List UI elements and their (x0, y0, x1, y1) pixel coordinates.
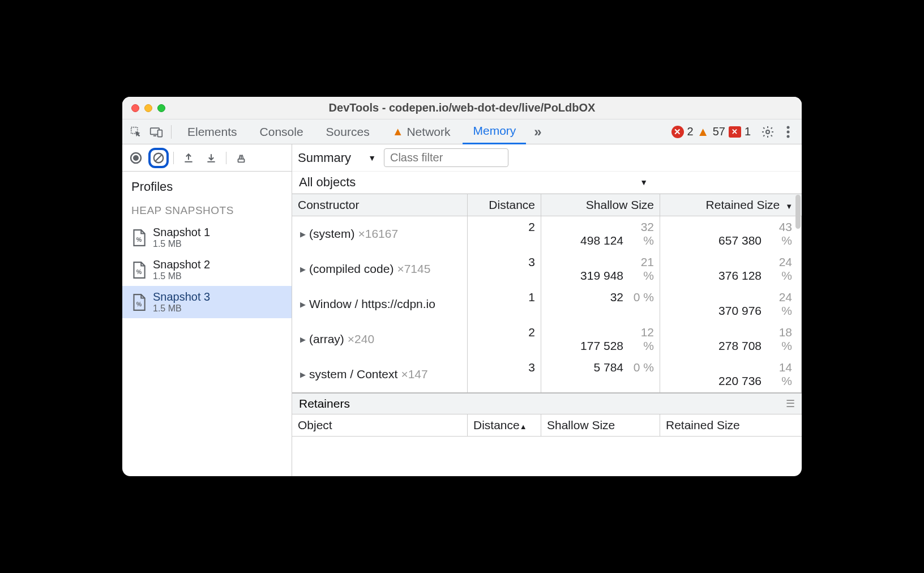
svg-point-6 (787, 130, 790, 133)
tab-network[interactable]: ▲ Network (382, 119, 461, 144)
col-retained-size[interactable]: Retained Size ▼ (660, 194, 802, 216)
view-dropdown[interactable]: Summary ▼ (298, 151, 376, 165)
error-count: 2 (687, 125, 694, 138)
tab-console[interactable]: Console (250, 119, 314, 144)
col-distance[interactable]: Distance▲ (468, 414, 541, 436)
col-object[interactable]: Object (292, 414, 468, 436)
settings-icon[interactable] (759, 123, 777, 141)
distance-cell: 2 (468, 392, 541, 392)
expand-icon[interactable]: ▶ (300, 230, 306, 238)
table-header-row: Constructor Distance Shallow Size Retain… (292, 194, 802, 216)
table-row[interactable]: ▶ (compiled code) ×7145 3 319 94821 % 37… (292, 251, 802, 286)
download-icon[interactable] (201, 148, 221, 168)
tab-sources[interactable]: Sources (316, 119, 380, 144)
expand-icon[interactable]: ▶ (300, 335, 306, 344)
col-constructor[interactable]: Constructor (292, 194, 468, 216)
snapshot-item[interactable]: % Snapshot 3 1.5 MB (122, 286, 292, 318)
status-counts[interactable]: ✕ 2 ▲ 57 ✕ 1 (671, 125, 751, 138)
svg-point-7 (787, 135, 790, 138)
sort-desc-icon: ▼ (785, 202, 793, 211)
col-shallow-size[interactable]: Shallow Size (541, 194, 660, 216)
col-retained-size[interactable]: Retained Size (660, 414, 802, 436)
retainers-header: Retainers ☰ (292, 394, 802, 414)
snapshot-name: Snapshot 3 (153, 290, 210, 303)
constructor-name: (compiled code) (309, 262, 393, 276)
svg-point-9 (133, 155, 139, 161)
scope-dropdown[interactable]: All objects ▼ (292, 172, 802, 194)
file-icon: % (131, 261, 146, 279)
tab-elements[interactable]: Elements (177, 119, 247, 144)
constructors-table: Constructor Distance Shallow Size Retain… (292, 194, 802, 392)
upload-icon[interactable] (178, 148, 199, 168)
table-row[interactable]: ▶ Window / https://cdpn.io 1 320 % 370 9… (292, 286, 802, 322)
retained-cell: 278 70818 % (660, 322, 802, 357)
distance-cell: 2 (468, 322, 541, 357)
device-toolbar-icon[interactable] (147, 123, 165, 141)
more-menu-icon[interactable] (779, 123, 797, 141)
expand-icon[interactable]: ▶ (300, 370, 306, 379)
sort-asc-icon: ▲ (520, 422, 527, 431)
garbage-collect-icon[interactable] (231, 148, 251, 168)
record-icon[interactable] (126, 148, 146, 168)
svg-point-5 (787, 126, 790, 129)
inspect-element-icon[interactable] (127, 123, 145, 141)
panel-tabs: Elements Console Sources ▲ Network Memor… (122, 119, 802, 144)
chevron-down-icon: ▼ (640, 178, 648, 187)
menu-icon[interactable]: ☰ (786, 397, 795, 410)
chevron-down-icon: ▼ (368, 153, 376, 163)
clear-profiles-icon[interactable] (148, 148, 169, 168)
tabs-overflow[interactable]: » (528, 124, 547, 140)
shallow-cell: 199 51613 % (541, 392, 660, 392)
snapshot-item[interactable]: % Snapshot 1 1.5 MB (122, 221, 292, 254)
instance-count: ×240 (348, 332, 374, 346)
svg-rect-12 (238, 159, 245, 162)
svg-text:%: % (136, 236, 142, 243)
snapshot-item[interactable]: % Snapshot 2 1.5 MB (122, 254, 292, 286)
snapshot-name: Snapshot 1 (153, 226, 210, 239)
retainers-columns: Object Distance▲ Shallow Size Retained S… (292, 414, 802, 437)
distance-cell: 1 (468, 286, 541, 322)
snapshot-name: Snapshot 2 (153, 258, 210, 271)
snapshot-size: 1.5 MB (153, 303, 210, 314)
retained-cell: 206 10413 % (660, 392, 802, 392)
shallow-cell: 320 % (541, 286, 660, 322)
heap-snapshots-header: HEAP SNAPSHOTS (122, 200, 292, 221)
col-shallow-size[interactable]: Shallow Size (541, 414, 660, 436)
constructor-name: Window / https://cdpn.io (309, 297, 435, 311)
snapshot-size: 1.5 MB (153, 271, 210, 281)
constructor-name: (system) (309, 227, 355, 241)
profiles-header: Profiles (122, 172, 292, 200)
shallow-cell: 5 7840 % (541, 357, 660, 392)
file-icon: % (131, 229, 146, 247)
table-row[interactable]: ▶ (system) ×16167 2 498 12432 % 657 3804… (292, 216, 802, 251)
message-badge-icon: ✕ (729, 126, 741, 138)
class-filter-input[interactable] (384, 148, 508, 167)
svg-rect-3 (158, 130, 162, 136)
expand-icon[interactable]: ▶ (300, 300, 306, 309)
distance-cell: 3 (468, 251, 541, 286)
warning-badge-icon: ▲ (697, 126, 709, 138)
constructor-name: system / Context (309, 367, 397, 381)
instance-count: ×16167 (358, 227, 399, 241)
snapshot-toolbar: Summary ▼ (292, 144, 802, 172)
shallow-cell: 498 12432 % (541, 216, 660, 251)
tab-memory[interactable]: Memory (463, 119, 526, 144)
svg-text:%: % (136, 268, 142, 275)
scrollbar[interactable] (795, 195, 801, 229)
distance-cell: 2 (468, 216, 541, 251)
message-count: 1 (745, 125, 751, 138)
instance-count: ×147 (401, 367, 427, 381)
table-row[interactable]: ▶ (array) ×240 2 177 52812 % 278 70818 % (292, 322, 802, 357)
window-title: DevTools - codepen.io/web-dot-dev/live/P… (122, 101, 802, 114)
snapshot-size: 1.5 MB (153, 239, 210, 249)
constructor-name: (array) (309, 332, 344, 346)
retainers-panel: Retainers ☰ Object Distance▲ Shallow Siz… (292, 392, 802, 476)
file-icon: % (131, 293, 146, 311)
profiles-sidebar: Profiles HEAP SNAPSHOTS % Snapshot 1 1.5… (122, 144, 292, 476)
expand-icon[interactable]: ▶ (300, 265, 306, 273)
heap-snapshot-view: Summary ▼ All objects ▼ Constructor Dist… (292, 144, 802, 476)
table-row[interactable]: ▶ (object shape) ×3416 2 199 51613 % 206… (292, 392, 802, 392)
svg-text:%: % (136, 301, 142, 307)
col-distance[interactable]: Distance (468, 194, 541, 216)
table-row[interactable]: ▶ system / Context ×147 3 5 7840 % 220 7… (292, 357, 802, 392)
